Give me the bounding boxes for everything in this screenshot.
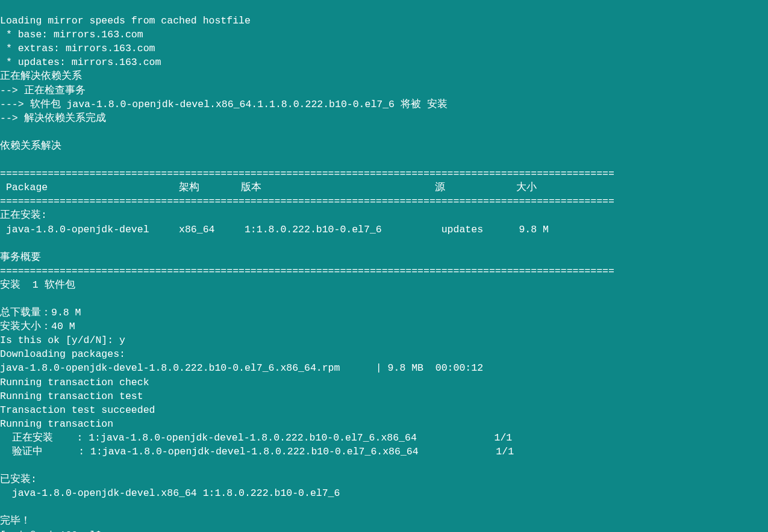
- line-downloading: Downloading packages:: [0, 348, 125, 360]
- line-trans-test-ok: Transaction test succeeded: [0, 404, 155, 416]
- terminal-output[interactable]: Loading mirror speeds from cached hostfi…: [0, 14, 768, 532]
- line-loading: Loading mirror speeds from cached hostfi…: [0, 15, 251, 26]
- line-download-size: 总下载量：9.8 M: [0, 307, 81, 318]
- line-mirror-base: * base: mirrors.163.com: [0, 29, 143, 40]
- line-summary-label: 事务概要: [0, 252, 41, 263]
- line-installed-label: 已安装:: [0, 474, 37, 485]
- line-verifying-pkg: 验证中 : 1:java-1.8.0-openjdk-devel-1.8.0.2…: [0, 446, 514, 457]
- line-mirror-extras: * extras: mirrors.163.com: [0, 43, 155, 54]
- line-separator: ========================================…: [0, 168, 614, 179]
- line-checking-trans: --> 正在检查事务: [0, 85, 86, 96]
- line-trans-test: Running transaction test: [0, 391, 143, 402]
- line-installed-size: 安装大小：40 M: [0, 321, 75, 332]
- line-package-row: java-1.8.0-openjdk-devel x86_64 1:1.8.0.…: [0, 224, 549, 235]
- line-installed-pkg: java-1.8.0-openjdk-devel.x86_64 1:1.8.0.…: [0, 487, 340, 499]
- line-separator: ========================================…: [0, 265, 614, 277]
- line-resolving-deps: 正在解决依赖关系: [0, 70, 82, 82]
- line-installing-label: 正在安装:: [0, 209, 47, 221]
- line-installing-pkg: 正在安装 : 1:java-1.8.0-openjdk-devel-1.8.0.…: [0, 432, 512, 444]
- line-running-trans: Running transaction: [0, 418, 113, 430]
- line-complete: 完毕！: [0, 515, 31, 527]
- line-prompt[interactable]: [eric@eric100 ~]$: [0, 530, 107, 532]
- line-deps-resolved: 依赖关系解决: [0, 140, 61, 152]
- line-separator: ========================================…: [0, 196, 614, 207]
- line-install-count: 安装 1 软件包: [0, 279, 75, 291]
- line-confirm-prompt: Is this ok [y/d/N]: y: [0, 335, 125, 346]
- line-table-header: Package 架构 版本 源 大小: [0, 182, 537, 193]
- line-package-install: ---> 软件包 java-1.8.0-openjdk-devel.x86_64…: [0, 99, 448, 110]
- line-mirror-updates: * updates: mirrors.163.com: [0, 57, 161, 68]
- line-trans-check: Running transaction check: [0, 377, 149, 388]
- line-rpm-download: java-1.8.0-openjdk-devel-1.8.0.222.b10-0…: [0, 362, 483, 374]
- line-deps-done: --> 解决依赖关系完成: [0, 113, 106, 124]
